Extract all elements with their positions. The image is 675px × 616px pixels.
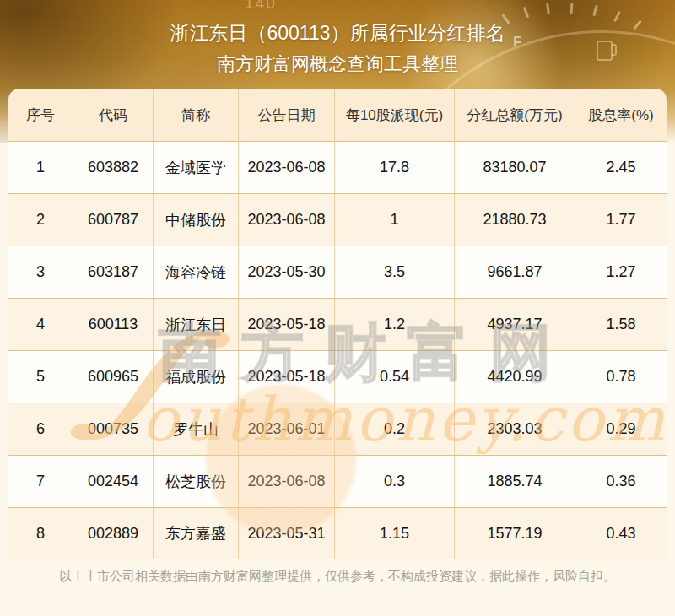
table-cell: 600965 [73, 351, 154, 403]
gauge-tick-icon [523, 7, 529, 18]
table-cell: 2023-05-18 [239, 299, 335, 350]
table-cell: 2023-05-18 [239, 351, 335, 403]
table-cell: 0.36 [575, 456, 667, 507]
table-cell: 东方嘉盛 [154, 508, 239, 559]
column-header: 简称 [154, 89, 239, 141]
column-header: 分红总额(万元) [455, 89, 575, 141]
table-cell: 2023-06-08 [239, 456, 335, 507]
table-cell: 002454 [73, 456, 154, 507]
table-cell: 2023-06-08 [239, 194, 335, 246]
table-cell: 83180.07 [455, 142, 575, 193]
table-cell: 1.27 [575, 246, 667, 298]
table-cell: 8 [8, 508, 73, 559]
table-row: 3603187海容冷链2023-05-303.59661.871.27 [8, 246, 667, 298]
table-cell: 1.2 [335, 299, 455, 350]
table-cell: 2 [8, 194, 73, 246]
table-cell: 2.45 [575, 142, 667, 193]
title-block: 浙江东日（600113）所属行业分红排名 南方财富网概念查询工具整理 [0, 20, 675, 76]
table-cell: 1 [8, 142, 73, 193]
table-row: 8002889东方嘉盛2023-05-311.151577.190.43 [8, 507, 667, 559]
table-cell: 海容冷链 [154, 246, 239, 298]
table-cell: 金域医学 [154, 142, 239, 193]
table-cell: 600787 [73, 194, 154, 246]
gauge-tick-icon [570, 3, 574, 14]
dividend-table: 序号代码简称公告日期每10股派现(元)分红总额(万元)股息率(%) 160388… [8, 89, 667, 559]
column-header: 代码 [73, 89, 154, 141]
table-row: 4600113浙江东日2023-05-181.24937.171.58 [8, 298, 667, 350]
page-subtitle: 南方财富网概念查询工具整理 [0, 52, 675, 76]
table-cell: 3.5 [335, 246, 455, 298]
gauge-tick-icon [592, 5, 597, 16]
table-cell: 0.2 [335, 403, 455, 455]
table-cell: 4937.17 [455, 299, 575, 350]
table-cell: 1577.19 [455, 508, 575, 559]
table-cell: 1.58 [575, 299, 667, 350]
table-cell: 21880.73 [455, 194, 575, 246]
table-row: 6000735罗牛山2023-06-010.22303.030.29 [8, 403, 667, 455]
table-cell: 1885.74 [455, 456, 575, 507]
table-cell: 7 [8, 456, 73, 507]
disclaimer-text: 以上上市公司相关数据由南方财富网整理提供，仅供参考，不构成投资建议，据此操作，风… [0, 560, 675, 592]
table-cell: 2023-05-31 [239, 508, 335, 559]
table-body: 1603882金域医学2023-06-0817.883180.072.45260… [8, 141, 667, 559]
column-header: 股息率(%) [575, 89, 667, 141]
table-cell: 1.77 [575, 194, 667, 246]
table-cell: 0.29 [575, 403, 667, 455]
table-cell: 0.43 [575, 508, 667, 559]
table-cell: 17.8 [335, 142, 455, 193]
table-row: 2600787中储股份2023-06-08121880.731.77 [8, 193, 667, 246]
table-cell: 浙江东日 [154, 299, 239, 350]
page-title: 浙江东日（600113）所属行业分红排名 [0, 20, 675, 46]
table-cell: 0.78 [575, 351, 667, 403]
gauge-tick-icon [546, 3, 550, 14]
table-cell: 4420.99 [455, 351, 575, 403]
table-cell: 6 [8, 403, 73, 455]
table-cell: 3 [8, 246, 73, 298]
table-cell: 1 [335, 194, 455, 246]
table-header-row: 序号代码简称公告日期每10股派现(元)分红总额(万元)股息率(%) [8, 89, 667, 141]
column-header: 公告日期 [239, 89, 335, 141]
table-cell: 4 [8, 299, 73, 350]
table-cell: 2303.03 [455, 403, 575, 455]
table-cell: 罗牛山 [154, 403, 239, 455]
table-row: 5600965福成股份2023-05-180.544420.990.78 [8, 350, 667, 403]
column-header: 序号 [8, 89, 73, 141]
table-cell: 1.15 [335, 508, 455, 559]
table-row: 1603882金域医学2023-06-0817.883180.072.45 [8, 141, 667, 193]
table-cell: 5 [8, 351, 73, 403]
table-cell: 002889 [73, 508, 154, 559]
table-cell: 000735 [73, 403, 154, 455]
table-cell: 2023-06-01 [239, 403, 335, 455]
table-cell: 福成股份 [154, 351, 239, 403]
table-cell: 9661.87 [455, 246, 575, 298]
table-cell: 603187 [73, 246, 154, 298]
table-row: 7002454松芝股份2023-06-080.31885.740.36 [8, 455, 667, 507]
table-cell: 0.3 [335, 456, 455, 507]
table-cell: 中储股份 [154, 194, 239, 246]
table-cell: 松芝股份 [154, 456, 239, 507]
table-cell: 0.54 [335, 351, 455, 403]
column-header: 每10股派现(元) [335, 89, 455, 141]
gauge-number-label: 140 [245, 0, 277, 13]
table-cell: 603882 [73, 142, 154, 193]
table-cell: 2023-06-08 [239, 142, 335, 193]
table-cell: 2023-05-30 [239, 246, 335, 298]
table-cell: 600113 [73, 299, 154, 350]
dividend-ranking-card: F 140 浙江东日（600113）所属行业分红排名 南方财富网概念查询工具整理… [0, 0, 675, 616]
